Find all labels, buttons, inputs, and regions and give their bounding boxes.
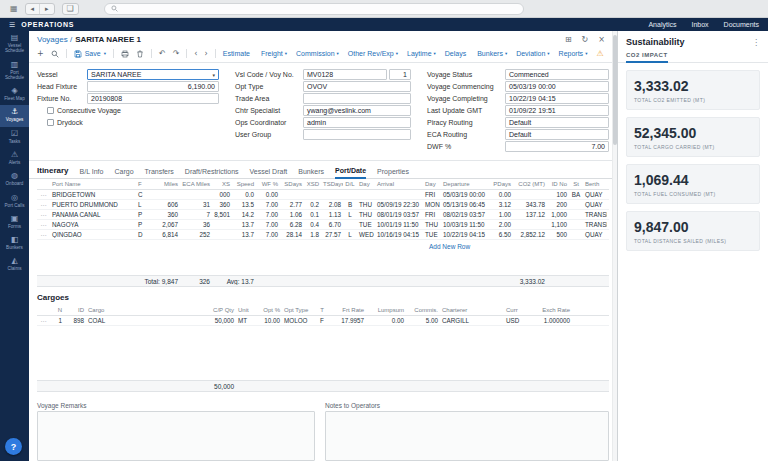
back-button[interactable]: ◂: [26, 4, 41, 14]
consecutive-voyage-checkbox[interactable]: Consecutive Voyage: [47, 105, 219, 116]
next-record-button[interactable]: ›: [205, 50, 208, 58]
print-button[interactable]: [121, 50, 129, 58]
cell: 0.00: [366, 317, 406, 324]
table-row[interactable]: ⋯BRIDGETOWNC0000.00.00FRI05/03/19 00:000…: [37, 190, 609, 200]
voyage-status-field[interactable]: Commenced: [505, 69, 609, 80]
menu-delays[interactable]: Delays: [445, 50, 468, 57]
topbar-link-analytics[interactable]: Analytics: [648, 21, 676, 28]
vessel-label: Vessel: [37, 71, 87, 78]
last-update-gmt-field[interactable]: 01/09/22 19:51: [505, 105, 609, 116]
sidebar-item-forms[interactable]: ▣ Forms: [0, 212, 29, 233]
forward-button[interactable]: ▸: [40, 4, 54, 14]
topbar-link-inbox[interactable]: Inbox: [691, 21, 708, 28]
piracy-routing-field[interactable]: Default: [505, 117, 609, 128]
cell: WED: [357, 231, 375, 238]
search-button[interactable]: [51, 50, 59, 58]
table-row[interactable]: ⋯1898COAL50,000MT10.00MOLOOF17.99570.005…: [37, 316, 609, 326]
voyage-completing-field[interactable]: 10/22/19 04:15: [505, 93, 609, 104]
menu-commission[interactable]: Commission▾: [296, 50, 339, 57]
cell: 7.00: [256, 231, 280, 238]
scrollbar[interactable]: [612, 31, 617, 461]
cell: 0.1: [304, 211, 321, 218]
table-row[interactable]: ⋯PUERTO DRUMMONDL6063136013.57.002.770.2…: [37, 200, 609, 210]
stat-label: TOTAL CARGO CARRIED (MT): [634, 144, 752, 150]
menu-freight[interactable]: Freight▾: [261, 50, 287, 57]
cell: 252: [180, 231, 212, 238]
topbar-link-documents[interactable]: Documents: [724, 21, 759, 28]
cell: 36: [180, 221, 212, 228]
drydock-checkbox[interactable]: Drydock: [47, 117, 219, 128]
tab-cargo[interactable]: Cargo: [114, 168, 133, 178]
tab-vessel-draft[interactable]: Vessel Draft: [250, 168, 288, 178]
sidebar-item-vessel-schedule[interactable]: ▤ Vessel Schedule: [0, 31, 29, 58]
table-row[interactable]: ⋯PANAMA CANALP36078,50114.27.001.060.11.…: [37, 210, 609, 220]
tab-port-date[interactable]: Port/Date: [335, 167, 366, 179]
close-icon[interactable]: ×: [598, 35, 605, 44]
sidebar-item-port-schedule[interactable]: ▥ Port Schedule: [0, 58, 29, 85]
menu-bunkers[interactable]: Bunkers▾: [477, 50, 507, 57]
fixture-no-input[interactable]: 20190808: [87, 93, 219, 104]
sidebar-item-onboard[interactable]: ◍ Onboard: [0, 169, 29, 190]
menu-deviation[interactable]: Deviation▾: [516, 50, 549, 57]
apps-icon[interactable]: ▦: [10, 5, 18, 13]
sidebar-item-port-calls[interactable]: ◎ Port Calls: [0, 191, 29, 212]
kebab-menu-icon[interactable]: ⋮: [752, 38, 760, 47]
delete-button[interactable]: [136, 50, 144, 58]
window-icon[interactable]: ❏: [62, 3, 79, 15]
column-header: Berth: [583, 181, 607, 187]
vsl-code-input[interactable]: MV0128: [303, 69, 387, 80]
sidebar-item-claims[interactable]: ◭ Claims: [0, 254, 29, 275]
voy-no-input[interactable]: 1: [389, 69, 411, 80]
menu-estimate[interactable]: Estimate: [223, 50, 252, 57]
tab-itinerary[interactable]: Itinerary: [37, 166, 69, 178]
address-bar[interactable]: [104, 3, 524, 15]
save-button[interactable]: Save ▾: [74, 50, 106, 58]
notes-to-operators-textarea[interactable]: [325, 411, 609, 461]
row-menu-icon: ⋯: [37, 231, 50, 238]
sidebar-item-voyages[interactable]: ⚓ Voyages: [0, 105, 29, 126]
help-button[interactable]: ?: [5, 438, 22, 455]
add-new-row-link[interactable]: Add New Row: [37, 240, 609, 253]
column-header: Departure: [441, 181, 489, 187]
cell: THU: [423, 221, 441, 228]
tab-bunkers[interactable]: Bunkers: [298, 168, 324, 178]
user-group-field[interactable]: [303, 129, 411, 140]
tab-draft-restrictions[interactable]: Draft/Restrictions: [185, 168, 239, 178]
opt-type-field[interactable]: OVOV: [303, 81, 411, 92]
hamburger-icon[interactable]: ☰: [9, 21, 15, 29]
menu-other-rev-exp[interactable]: Other Rev/Exp▾: [348, 50, 398, 57]
head-fixture-input[interactable]: 6,190.00: [87, 81, 219, 92]
tab-transfers[interactable]: Transfers: [145, 168, 174, 178]
voyage-remarks-textarea[interactable]: [37, 411, 315, 461]
dwf-field[interactable]: 7.00: [505, 141, 609, 152]
sidebar-item-bunkers[interactable]: ◧ Bunkers: [0, 233, 29, 254]
tab-co2-impact[interactable]: CO2 IMPACT: [626, 52, 668, 63]
add-button[interactable]: +: [37, 50, 44, 58]
vessel-select[interactable]: SARITA NAREE ▾: [87, 69, 219, 80]
scrollbar-thumb[interactable]: [613, 35, 617, 145]
menu-reports[interactable]: Reports▾: [559, 50, 588, 57]
menu-laytime[interactable]: Laytime▾: [407, 50, 436, 57]
sidebar-item-alerts[interactable]: ⚠ Alerts: [0, 148, 29, 169]
undo-button[interactable]: ↶: [159, 50, 166, 58]
prev-record-button[interactable]: ‹: [194, 50, 197, 58]
table-row[interactable]: ⋯NAGOYAP2,0673613.77.006.280.46.70TUE10/…: [37, 220, 609, 230]
tab-properties[interactable]: Properties: [377, 168, 409, 178]
sidebar-item-fleet-map[interactable]: ◈ Fleet Map: [0, 84, 29, 105]
grid-icon[interactable]: ⊞: [565, 35, 572, 44]
cell: 05/13/19 06:45: [441, 201, 489, 208]
sidebar-item-tasks[interactable]: ☑ Tasks: [0, 127, 29, 148]
table-row[interactable]: ⋯QINGDAOD6,81425213.77.0028.141.827.57LW…: [37, 230, 609, 240]
chtr-specialist-field[interactable]: ywang@veslink.com: [303, 105, 411, 116]
eca-routing-field[interactable]: Default: [505, 129, 609, 140]
cell: 10/03/19 11:50: [441, 221, 489, 228]
breadcrumb[interactable]: Voyages /: [37, 35, 72, 44]
voyage-commencing-field[interactable]: 05/03/19 00:00: [505, 81, 609, 92]
tab-bl-info[interactable]: B/L Info: [80, 168, 104, 178]
sync-icon[interactable]: ↻: [582, 35, 589, 44]
warning-icon[interactable]: ⚠: [596, 49, 603, 58]
ops-coordinator-field[interactable]: admin: [303, 117, 411, 128]
cell: 14.2: [232, 211, 256, 218]
redo-button[interactable]: ↷: [173, 50, 180, 58]
trade-area-field[interactable]: [303, 93, 411, 104]
